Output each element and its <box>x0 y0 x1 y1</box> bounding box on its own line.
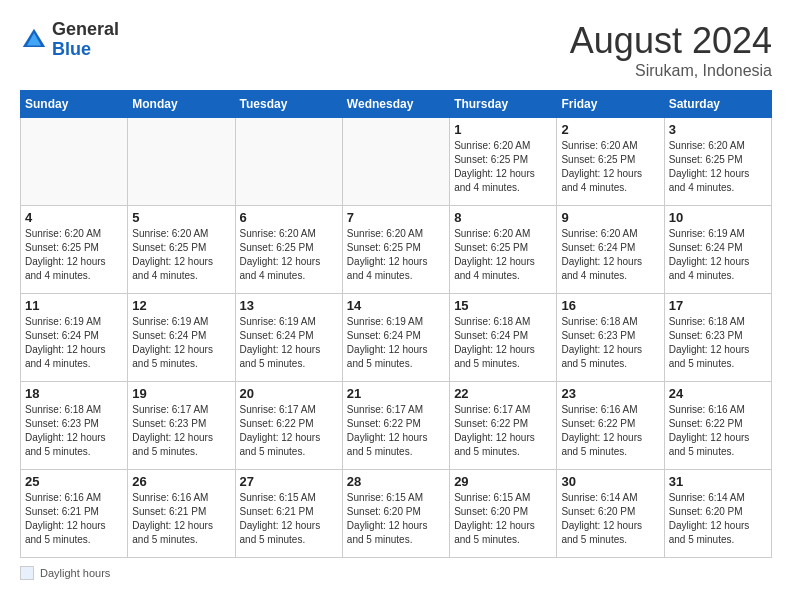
day-number: 17 <box>669 298 767 313</box>
calendar-cell: 11Sunrise: 6:19 AMSunset: 6:24 PMDayligh… <box>21 294 128 382</box>
calendar-cell <box>342 118 449 206</box>
day-info: Sunrise: 6:20 AMSunset: 6:25 PMDaylight:… <box>454 139 552 195</box>
calendar-cell: 28Sunrise: 6:15 AMSunset: 6:20 PMDayligh… <box>342 470 449 558</box>
day-number: 15 <box>454 298 552 313</box>
day-info: Sunrise: 6:15 AMSunset: 6:20 PMDaylight:… <box>454 491 552 547</box>
day-info: Sunrise: 6:20 AMSunset: 6:25 PMDaylight:… <box>454 227 552 283</box>
calendar-cell: 14Sunrise: 6:19 AMSunset: 6:24 PMDayligh… <box>342 294 449 382</box>
calendar-cell: 21Sunrise: 6:17 AMSunset: 6:22 PMDayligh… <box>342 382 449 470</box>
day-info: Sunrise: 6:16 AMSunset: 6:22 PMDaylight:… <box>561 403 659 459</box>
column-header-wednesday: Wednesday <box>342 91 449 118</box>
calendar-cell: 19Sunrise: 6:17 AMSunset: 6:23 PMDayligh… <box>128 382 235 470</box>
day-number: 1 <box>454 122 552 137</box>
daylight-legend-box <box>20 566 34 580</box>
calendar-cell: 1Sunrise: 6:20 AMSunset: 6:25 PMDaylight… <box>450 118 557 206</box>
week-row-1: 1Sunrise: 6:20 AMSunset: 6:25 PMDaylight… <box>21 118 772 206</box>
day-info: Sunrise: 6:19 AMSunset: 6:24 PMDaylight:… <box>669 227 767 283</box>
title-block: August 2024 Sirukam, Indonesia <box>570 20 772 80</box>
calendar-cell <box>21 118 128 206</box>
calendar-cell: 3Sunrise: 6:20 AMSunset: 6:25 PMDaylight… <box>664 118 771 206</box>
day-number: 22 <box>454 386 552 401</box>
column-header-sunday: Sunday <box>21 91 128 118</box>
day-number: 30 <box>561 474 659 489</box>
column-header-friday: Friday <box>557 91 664 118</box>
week-row-5: 25Sunrise: 6:16 AMSunset: 6:21 PMDayligh… <box>21 470 772 558</box>
logo-icon <box>20 26 48 54</box>
calendar-cell: 16Sunrise: 6:18 AMSunset: 6:23 PMDayligh… <box>557 294 664 382</box>
day-info: Sunrise: 6:18 AMSunset: 6:23 PMDaylight:… <box>25 403 123 459</box>
calendar-cell: 29Sunrise: 6:15 AMSunset: 6:20 PMDayligh… <box>450 470 557 558</box>
day-number: 26 <box>132 474 230 489</box>
day-number: 2 <box>561 122 659 137</box>
day-number: 9 <box>561 210 659 225</box>
day-number: 31 <box>669 474 767 489</box>
calendar-cell: 15Sunrise: 6:18 AMSunset: 6:24 PMDayligh… <box>450 294 557 382</box>
calendar-header: SundayMondayTuesdayWednesdayThursdayFrid… <box>21 91 772 118</box>
week-row-4: 18Sunrise: 6:18 AMSunset: 6:23 PMDayligh… <box>21 382 772 470</box>
calendar-cell: 9Sunrise: 6:20 AMSunset: 6:24 PMDaylight… <box>557 206 664 294</box>
day-number: 16 <box>561 298 659 313</box>
calendar-cell <box>235 118 342 206</box>
daylight-legend-label: Daylight hours <box>40 567 110 579</box>
location-subtitle: Sirukam, Indonesia <box>570 62 772 80</box>
column-header-monday: Monday <box>128 91 235 118</box>
day-info: Sunrise: 6:20 AMSunset: 6:25 PMDaylight:… <box>347 227 445 283</box>
day-info: Sunrise: 6:14 AMSunset: 6:20 PMDaylight:… <box>669 491 767 547</box>
day-number: 19 <box>132 386 230 401</box>
calendar-body: 1Sunrise: 6:20 AMSunset: 6:25 PMDaylight… <box>21 118 772 558</box>
day-info: Sunrise: 6:20 AMSunset: 6:25 PMDaylight:… <box>132 227 230 283</box>
calendar-cell: 20Sunrise: 6:17 AMSunset: 6:22 PMDayligh… <box>235 382 342 470</box>
column-header-thursday: Thursday <box>450 91 557 118</box>
month-year-title: August 2024 <box>570 20 772 62</box>
calendar-cell: 2Sunrise: 6:20 AMSunset: 6:25 PMDaylight… <box>557 118 664 206</box>
day-number: 10 <box>669 210 767 225</box>
day-info: Sunrise: 6:18 AMSunset: 6:23 PMDaylight:… <box>561 315 659 371</box>
day-number: 24 <box>669 386 767 401</box>
day-info: Sunrise: 6:17 AMSunset: 6:23 PMDaylight:… <box>132 403 230 459</box>
calendar-cell: 17Sunrise: 6:18 AMSunset: 6:23 PMDayligh… <box>664 294 771 382</box>
calendar-cell: 7Sunrise: 6:20 AMSunset: 6:25 PMDaylight… <box>342 206 449 294</box>
calendar-cell: 13Sunrise: 6:19 AMSunset: 6:24 PMDayligh… <box>235 294 342 382</box>
day-number: 3 <box>669 122 767 137</box>
calendar-cell: 27Sunrise: 6:15 AMSunset: 6:21 PMDayligh… <box>235 470 342 558</box>
day-number: 23 <box>561 386 659 401</box>
day-number: 27 <box>240 474 338 489</box>
calendar-cell: 25Sunrise: 6:16 AMSunset: 6:21 PMDayligh… <box>21 470 128 558</box>
day-number: 13 <box>240 298 338 313</box>
calendar-cell: 31Sunrise: 6:14 AMSunset: 6:20 PMDayligh… <box>664 470 771 558</box>
calendar-cell: 22Sunrise: 6:17 AMSunset: 6:22 PMDayligh… <box>450 382 557 470</box>
day-info: Sunrise: 6:15 AMSunset: 6:20 PMDaylight:… <box>347 491 445 547</box>
day-number: 11 <box>25 298 123 313</box>
calendar-cell: 8Sunrise: 6:20 AMSunset: 6:25 PMDaylight… <box>450 206 557 294</box>
day-info: Sunrise: 6:19 AMSunset: 6:24 PMDaylight:… <box>25 315 123 371</box>
column-header-saturday: Saturday <box>664 91 771 118</box>
day-number: 18 <box>25 386 123 401</box>
day-number: 28 <box>347 474 445 489</box>
day-number: 20 <box>240 386 338 401</box>
calendar-cell: 5Sunrise: 6:20 AMSunset: 6:25 PMDaylight… <box>128 206 235 294</box>
calendar-table: SundayMondayTuesdayWednesdayThursdayFrid… <box>20 90 772 558</box>
logo-text: General Blue <box>52 20 119 60</box>
calendar-cell: 18Sunrise: 6:18 AMSunset: 6:23 PMDayligh… <box>21 382 128 470</box>
day-info: Sunrise: 6:20 AMSunset: 6:25 PMDaylight:… <box>669 139 767 195</box>
logo-blue-text: Blue <box>52 40 119 60</box>
calendar-cell: 30Sunrise: 6:14 AMSunset: 6:20 PMDayligh… <box>557 470 664 558</box>
day-info: Sunrise: 6:17 AMSunset: 6:22 PMDaylight:… <box>347 403 445 459</box>
day-info: Sunrise: 6:19 AMSunset: 6:24 PMDaylight:… <box>132 315 230 371</box>
logo: General Blue <box>20 20 119 60</box>
calendar-cell: 4Sunrise: 6:20 AMSunset: 6:25 PMDaylight… <box>21 206 128 294</box>
day-info: Sunrise: 6:14 AMSunset: 6:20 PMDaylight:… <box>561 491 659 547</box>
calendar-cell: 23Sunrise: 6:16 AMSunset: 6:22 PMDayligh… <box>557 382 664 470</box>
day-info: Sunrise: 6:19 AMSunset: 6:24 PMDaylight:… <box>347 315 445 371</box>
day-info: Sunrise: 6:18 AMSunset: 6:24 PMDaylight:… <box>454 315 552 371</box>
day-info: Sunrise: 6:17 AMSunset: 6:22 PMDaylight:… <box>454 403 552 459</box>
week-row-2: 4Sunrise: 6:20 AMSunset: 6:25 PMDaylight… <box>21 206 772 294</box>
day-info: Sunrise: 6:15 AMSunset: 6:21 PMDaylight:… <box>240 491 338 547</box>
day-info: Sunrise: 6:20 AMSunset: 6:25 PMDaylight:… <box>240 227 338 283</box>
day-info: Sunrise: 6:18 AMSunset: 6:23 PMDaylight:… <box>669 315 767 371</box>
logo-general-text: General <box>52 20 119 40</box>
calendar-cell: 24Sunrise: 6:16 AMSunset: 6:22 PMDayligh… <box>664 382 771 470</box>
column-header-tuesday: Tuesday <box>235 91 342 118</box>
page-header: General Blue August 2024 Sirukam, Indone… <box>20 20 772 80</box>
calendar-cell <box>128 118 235 206</box>
